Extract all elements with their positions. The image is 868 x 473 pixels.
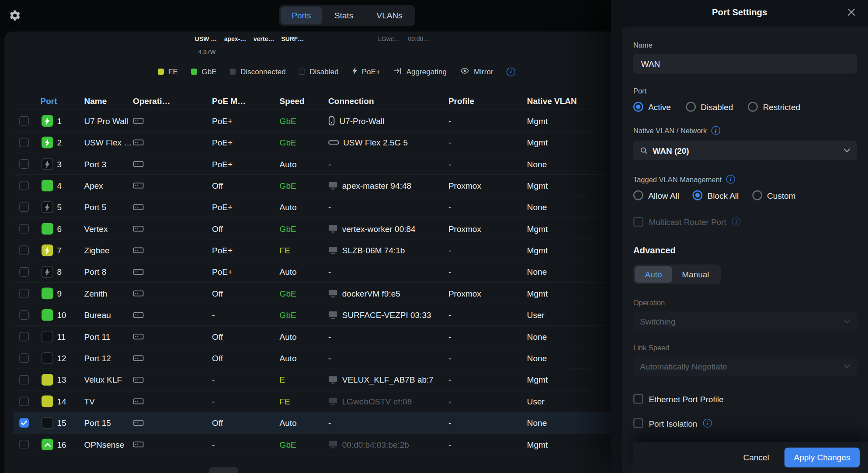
port-number: 1 <box>57 110 62 131</box>
name-input[interactable] <box>633 54 857 74</box>
port-status-icon <box>42 180 53 192</box>
port-device-label: USW … <box>195 35 217 42</box>
row-checkbox[interactable] <box>19 397 29 406</box>
table-row[interactable]: 16 OPNsense - GbE 00:d0:b4:03:be:2b - Mg… <box>13 434 611 455</box>
legend-label: PoE+ <box>362 68 380 76</box>
table-row[interactable]: 15 Port 15 Off Auto - - None <box>13 412 611 434</box>
multicast-info-icon[interactable] <box>732 218 740 226</box>
header-connection[interactable]: Connection <box>328 92 374 110</box>
header-port[interactable]: Port <box>40 92 57 110</box>
tagged-vlan-radio-group: Allow All Block All Custom <box>633 190 857 200</box>
radio-restricted[interactable]: Restricted <box>748 102 800 112</box>
header-profile[interactable]: Profile <box>448 92 474 110</box>
port-status-icon <box>42 438 53 450</box>
close-icon[interactable] <box>847 8 856 17</box>
radio-allow-all[interactable]: Allow All <box>633 190 679 200</box>
segment-manual[interactable]: Manual <box>672 266 719 283</box>
port-name: Velux KLF <box>84 369 132 390</box>
row-checkbox[interactable] <box>19 289 29 298</box>
fe-legend-icon <box>158 69 164 75</box>
operation-device-icon <box>133 245 144 256</box>
table-row[interactable]: 4 Apex Off GbE apex-master 94:48 Proxmox… <box>13 175 611 196</box>
table-row[interactable]: 3 Port 3 PoE+ Auto - - None <box>13 153 611 175</box>
port-isolation-info-icon[interactable] <box>703 419 712 428</box>
speed-value: GbE <box>280 131 296 153</box>
poe-mode-value: Off <box>212 347 223 369</box>
tab-vlans[interactable]: VLANs <box>365 7 413 24</box>
panel-title: Port Settings <box>611 0 868 25</box>
table-row[interactable]: 10 Bureau - GbE SURFACE-VEZPI 03:33 - Us… <box>13 304 611 326</box>
multicast-router-port-checkbox[interactable]: Multicast Router Port <box>633 217 857 227</box>
port-state-radio-group: Active Disabled Restricted <box>633 102 857 112</box>
header-native-vlan[interactable]: Native VLAN <box>527 92 577 110</box>
table-row[interactable]: 5 Port 5 PoE+ Auto - - None <box>13 197 611 218</box>
profile-value: - <box>448 347 451 369</box>
table-row[interactable]: 8 Port 8 PoE+ Auto - - None <box>13 261 611 283</box>
row-checkbox[interactable] <box>19 267 29 277</box>
port-name: Apex <box>84 175 132 196</box>
link-speed-select: Automatically Negotiate <box>633 356 857 376</box>
pagination-button[interactable] <box>209 467 238 473</box>
table-row[interactable]: 12 Port 12 Off Auto - - None <box>13 347 611 369</box>
port-number: 15 <box>57 412 66 434</box>
tab-stats[interactable]: Stats <box>323 7 365 24</box>
radio-label: Active <box>648 102 671 112</box>
native-vlan-select[interactable]: WAN (20) <box>633 141 857 161</box>
port-device-label-dim: LGwe… <box>378 35 400 42</box>
table-row[interactable]: 13 Velux KLF - E VELUX_KLF_AB7B ab:7 - M… <box>13 369 611 390</box>
radio-active[interactable]: Active <box>633 102 671 112</box>
header-name[interactable]: Name <box>84 92 107 110</box>
header-speed[interactable]: Speed <box>280 92 305 110</box>
port-status-icon <box>42 245 53 256</box>
table-row[interactable]: 11 Port 11 Off Auto - - None <box>13 326 611 347</box>
radio-custom[interactable]: Custom <box>752 190 796 200</box>
header-operation[interactable]: Operati… <box>133 92 170 110</box>
row-checkbox[interactable] <box>19 440 29 449</box>
cancel-button[interactable]: Cancel <box>733 448 779 468</box>
segment-auto[interactable]: Auto <box>635 266 672 283</box>
row-checkbox[interactable] <box>19 375 29 385</box>
tagged-vlan-info-icon[interactable] <box>726 175 735 183</box>
speed-value: Auto <box>280 347 297 369</box>
row-checkbox[interactable] <box>19 418 29 428</box>
header-poe-mode[interactable]: PoE M… <box>212 92 246 110</box>
row-checkbox[interactable] <box>19 332 29 342</box>
radio-block-all[interactable]: Block All <box>692 190 739 200</box>
table-row[interactable]: 14 TV - FE LGwebOSTV ef:08 - User <box>13 390 611 412</box>
table-row[interactable]: 2 USW Flex … PoE+ GbE USW Flex 2.5G 5 - … <box>13 131 611 153</box>
port-name: Bureau <box>84 304 132 326</box>
aggregating-icon <box>394 67 402 76</box>
settings-gear-icon[interactable] <box>9 10 21 22</box>
row-checkbox[interactable] <box>19 138 29 147</box>
ethernet-port-profile-checkbox[interactable]: Ethernet Port Profile <box>633 394 857 404</box>
table-row[interactable]: 9 Zenith Off GbE dockerVM f9:e5 Proxmox … <box>13 283 611 304</box>
operation-label: Operation <box>633 299 857 307</box>
port-status-icon <box>42 266 53 278</box>
native-vlan-value: Mgmt <box>527 283 548 304</box>
operation-device-icon <box>133 203 144 214</box>
native-vlan-value: Mgmt <box>527 218 548 239</box>
table-row[interactable]: 1 U7 Pro Wall PoE+ GbE U7-Pro-Wall - Mgm… <box>13 110 611 131</box>
table-row[interactable]: 7 Zigbee PoE+ FE SLZB-06M 74:1b - Mgmt <box>13 239 611 261</box>
row-checkbox[interactable] <box>19 353 29 363</box>
radio-disabled[interactable]: Disabled <box>686 102 733 112</box>
apply-changes-button[interactable]: Apply Changes <box>785 448 860 468</box>
native-vlan-value: Mgmt <box>527 131 548 153</box>
row-checkbox[interactable] <box>19 245 29 255</box>
legend-info-icon[interactable] <box>507 67 515 76</box>
row-checkbox[interactable] <box>19 181 29 190</box>
profile-value: - <box>448 369 451 390</box>
port-isolation-checkbox[interactable]: Port Isolation <box>633 418 857 428</box>
poe-mode-value: PoE+ <box>212 110 233 131</box>
port-number: 16 <box>57 434 66 455</box>
table-row[interactable]: 6 Vertex Off GbE vertex-worker 00:84 Pro… <box>13 218 611 239</box>
gbe-legend-icon <box>191 69 197 75</box>
row-checkbox[interactable] <box>19 159 29 169</box>
row-checkbox[interactable] <box>19 203 29 212</box>
row-checkbox[interactable] <box>19 224 29 234</box>
tab-ports[interactable]: Ports <box>281 7 322 24</box>
native-vlan-info-icon[interactable] <box>711 126 720 135</box>
row-checkbox[interactable] <box>19 311 29 320</box>
radio-selected-icon <box>633 102 643 112</box>
row-checkbox[interactable] <box>19 116 29 126</box>
